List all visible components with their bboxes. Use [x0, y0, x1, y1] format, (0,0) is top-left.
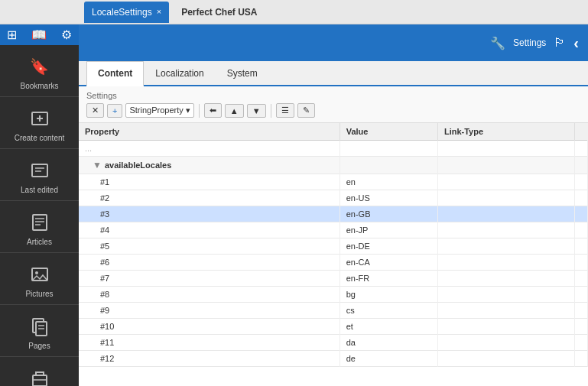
property-cell: #9	[79, 303, 339, 319]
edit-button[interactable]: ✎	[297, 103, 315, 118]
property-cell: #4	[79, 222, 339, 238]
link-type-cell	[437, 238, 574, 255]
table-row[interactable]: #11da	[79, 335, 588, 351]
table-row[interactable]: #3en-GB	[79, 206, 588, 222]
grid-icon[interactable]: ⊞	[4, 24, 20, 45]
tab-system[interactable]: System	[216, 61, 269, 85]
properties-table: Property Value Link-Type ...▼availableLo…	[79, 123, 588, 367]
settings-button[interactable]: Settings	[513, 37, 546, 48]
table-row[interactable]: #4en-JP	[79, 222, 588, 238]
property-cell: #5	[79, 238, 339, 255]
svg-point-11	[35, 271, 38, 274]
table-row[interactable]: #10et	[79, 319, 588, 335]
value-cell: en-CA	[339, 255, 437, 271]
link-type-cell	[437, 271, 574, 287]
add-button[interactable]: +	[107, 104, 122, 118]
link-type-cell	[437, 351, 574, 367]
move-down-button[interactable]: ▼	[247, 104, 266, 118]
value-cell: da	[339, 335, 437, 351]
toolbar-label: Settings	[86, 91, 580, 100]
value-cell: cs	[339, 303, 437, 319]
table-row[interactable]: #6en-CA	[79, 255, 588, 271]
value-cell	[339, 141, 437, 157]
tab-localization[interactable]: Localization	[144, 61, 215, 85]
pictures-label: Pictures	[25, 290, 53, 298]
table-header-row: Property Value Link-Type	[79, 123, 588, 141]
tab-content[interactable]: Content	[86, 61, 144, 86]
articles-label: Articles	[27, 238, 52, 246]
sidebar-item-last-edited[interactable]: Last edited	[0, 149, 79, 201]
property-cell: #8	[79, 287, 339, 303]
sidebar-item-products[interactable]: Products	[0, 357, 79, 386]
link-type-cell	[437, 190, 574, 206]
col-property: Property	[79, 123, 339, 141]
sidebar-top: ⊞ 📖 ⚙	[0, 24, 79, 45]
align-left-button[interactable]: ⬅	[204, 103, 222, 118]
header-bar: 🔧 Settings 🏳 ‹	[79, 24, 588, 61]
sidebar-item-pictures[interactable]: Pictures	[0, 253, 79, 305]
table-row[interactable]: #7en-FR	[79, 271, 588, 287]
move-up-button[interactable]: ▲	[225, 104, 244, 118]
last-edited-icon	[26, 157, 54, 184]
flag-icon[interactable]: 🏳	[554, 36, 566, 50]
table-container: Property Value Link-Type ...▼availableLo…	[79, 123, 588, 386]
main-layout: ⊞ 📖 ⚙ 🔖 Bookmarks Create content Last ed…	[0, 24, 588, 386]
value-cell: en-DE	[339, 238, 437, 255]
last-edited-label: Last edited	[21, 186, 58, 194]
settings-wheel-icon[interactable]: ⚙	[58, 24, 75, 45]
col-empty	[575, 123, 588, 141]
value-cell: de	[339, 351, 437, 367]
top-tab-bar: LocaleSettings × Perfect Chef USA	[0, 0, 588, 24]
table-row[interactable]: ...	[79, 141, 588, 157]
content-tab-bar: Content Localization System	[79, 61, 588, 86]
table-row[interactable]: #12de	[79, 351, 588, 367]
expand-icon[interactable]: ▼	[93, 160, 102, 170]
book-icon[interactable]: 📖	[28, 24, 50, 45]
property-cell: #12	[79, 351, 339, 367]
table-row[interactable]: #9cs	[79, 303, 588, 319]
type-dropdown[interactable]: StringProperty ▾	[125, 103, 193, 118]
value-cell: en-US	[339, 190, 437, 206]
sidebar-item-bookmarks[interactable]: 🔖 Bookmarks	[0, 45, 79, 97]
link-type-cell	[437, 255, 574, 271]
value-cell: en	[339, 174, 437, 190]
list-button[interactable]: ☰	[276, 103, 294, 118]
svg-rect-6	[33, 215, 47, 230]
link-type-cell	[437, 335, 574, 351]
value-cell: en-FR	[339, 271, 437, 287]
link-type-cell	[437, 141, 574, 157]
delete-button[interactable]: ✕	[86, 103, 104, 118]
sidebar-item-pages[interactable]: Pages	[0, 305, 79, 357]
value-cell: en-JP	[339, 222, 437, 238]
property-cell: #11	[79, 335, 339, 351]
bookmarks-label: Bookmarks	[20, 82, 58, 90]
table-row[interactable]: #8bg	[79, 287, 588, 303]
table-row[interactable]: #1en	[79, 174, 588, 190]
table-row[interactable]: #5en-DE	[79, 238, 588, 255]
back-icon[interactable]: ‹	[573, 34, 579, 52]
table-row[interactable]: ▼availableLocales	[79, 157, 588, 174]
sidebar-item-articles[interactable]: Articles	[0, 201, 79, 253]
link-type-cell	[437, 222, 574, 238]
svg-rect-3	[32, 164, 47, 177]
products-icon	[26, 365, 54, 386]
create-content-label: Create content	[15, 134, 65, 142]
tab-label: LocaleSettings	[92, 7, 152, 18]
wrench-icon: 🔧	[490, 36, 505, 50]
tab-close-btn[interactable]: ×	[157, 8, 161, 16]
property-cell: #1	[79, 174, 339, 190]
property-cell: #10	[79, 319, 339, 335]
locale-settings-tab[interactable]: LocaleSettings ×	[84, 2, 169, 23]
articles-icon	[26, 209, 54, 236]
table-row[interactable]: #2en-US	[79, 190, 588, 206]
link-type-cell	[437, 206, 574, 222]
link-type-cell	[437, 319, 574, 335]
property-cell: ▼availableLocales	[79, 157, 339, 174]
property-cell: #3	[79, 206, 339, 222]
window-title: Perfect Chef USA	[181, 7, 257, 18]
pictures-icon	[26, 261, 54, 288]
value-cell	[339, 157, 437, 174]
sidebar-item-create-content[interactable]: Create content	[0, 97, 79, 149]
value-cell: bg	[339, 287, 437, 303]
create-content-icon	[26, 105, 54, 132]
